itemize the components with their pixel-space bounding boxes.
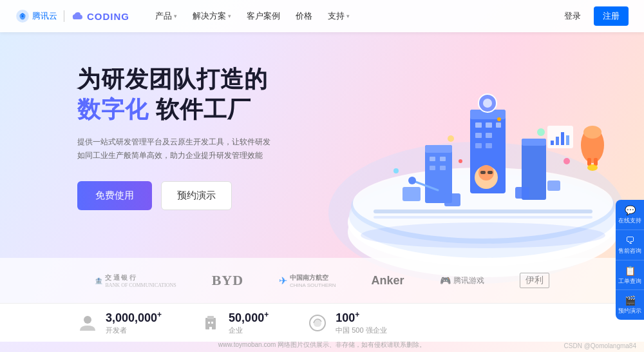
sidebar-demo-label: 预约演示 bbox=[618, 308, 641, 315]
support-icon: 💬 bbox=[625, 205, 636, 215]
stat-enterprises: 50,000+ 企业 bbox=[200, 310, 269, 335]
partner-bank: 🏦 交 通 银 行 BANK OF COMMUNICATIONS bbox=[95, 273, 176, 288]
coding-logo[interactable]: CODING bbox=[71, 11, 129, 22]
sidebar-support-label: 在线支持 bbox=[618, 217, 641, 224]
stat-fortune500-label: 中国 500 强企业 bbox=[336, 326, 386, 335]
nav-right: 登录 注册 bbox=[559, 6, 629, 26]
svg-rect-26 bbox=[522, 139, 546, 146]
nav-product[interactable]: 产品 ▾ bbox=[149, 0, 184, 32]
svg-rect-36 bbox=[488, 171, 493, 174]
nav-customers[interactable]: 客户案例 bbox=[240, 0, 287, 32]
svg-point-55 bbox=[361, 222, 605, 248]
partner-anker: Anker bbox=[372, 274, 404, 288]
nav-links: 产品 ▾ 解决方案 ▾ 客户案例 价格 支持 ▾ bbox=[149, 0, 559, 32]
tencent-cloud-text: 腾讯云 bbox=[32, 10, 57, 22]
svg-point-45 bbox=[448, 135, 454, 142]
svg-rect-13 bbox=[475, 133, 482, 138]
partner-airline: ✈ 中国南方航空 CHINA SOUTHERN bbox=[279, 273, 336, 288]
svg-point-42 bbox=[564, 158, 570, 164]
hero-title-rest: 软件工厂 bbox=[156, 96, 251, 122]
svg-rect-59 bbox=[208, 322, 210, 324]
nav-solutions[interactable]: 解决方案 ▾ bbox=[186, 0, 238, 32]
stat-fortune500: 100+ 中国 500 强企业 bbox=[307, 310, 386, 335]
stat-enterprises-label: 企业 bbox=[229, 326, 269, 335]
stat-developers-label: 开发者 bbox=[106, 326, 162, 335]
svg-rect-22 bbox=[440, 157, 446, 161]
chevron-down-icon: ▾ bbox=[228, 13, 231, 19]
nav-pricing[interactable]: 价格 bbox=[289, 0, 319, 32]
chat-icon: 🗨 bbox=[625, 235, 634, 246]
svg-rect-50 bbox=[566, 135, 569, 145]
chevron-down-icon: ▾ bbox=[174, 13, 177, 19]
svg-rect-10 bbox=[475, 122, 482, 128]
video-icon: 🎬 bbox=[625, 295, 636, 306]
demo-button[interactable]: 预约演示 bbox=[161, 181, 232, 210]
svg-rect-20 bbox=[425, 145, 452, 153]
logo-divider bbox=[64, 10, 64, 22]
coding-cloud-icon bbox=[71, 11, 84, 21]
partner-yili: 伊利 bbox=[520, 273, 549, 288]
tencent-cloud-logo[interactable]: 腾讯云 bbox=[15, 9, 57, 23]
svg-rect-15 bbox=[475, 143, 482, 148]
stat-fortune500-number: 100+ bbox=[336, 310, 386, 325]
coding-text: CODING bbox=[87, 11, 129, 22]
register-button[interactable]: 注册 bbox=[594, 6, 629, 26]
svg-rect-35 bbox=[480, 171, 486, 174]
svg-rect-24 bbox=[440, 166, 446, 170]
svg-rect-12 bbox=[496, 122, 501, 128]
svg-rect-58 bbox=[207, 316, 214, 319]
sidebar-presales-label: 售前咨询 bbox=[618, 248, 641, 255]
hero-buttons: 免费使用 预约演示 bbox=[77, 181, 270, 210]
login-button[interactable]: 登录 bbox=[559, 8, 586, 24]
nav-support[interactable]: 支持 ▾ bbox=[321, 0, 356, 32]
enterprises-icon bbox=[200, 313, 221, 333]
svg-point-56 bbox=[84, 316, 91, 324]
sidebar-presales[interactable]: 🗨 售前咨询 bbox=[616, 230, 644, 260]
svg-rect-29 bbox=[402, 187, 421, 201]
free-use-button[interactable]: 免费使用 bbox=[77, 181, 152, 210]
stat-fortune500-content: 100+ 中国 500 强企业 bbox=[336, 310, 386, 335]
stats-section: 3,000,000+ 开发者 50,000+ 企业 bbox=[0, 303, 644, 342]
navbar: 腾讯云 CODING 产品 ▾ 解决方案 ▾ 客户案例 价格 支持 ▾ bbox=[0, 0, 644, 32]
svg-rect-27 bbox=[444, 193, 460, 206]
svg-point-54 bbox=[459, 159, 462, 163]
partners-strip: 🏦 交 通 银 行 BANK OF COMMUNICATIONS BYD ✈ 中… bbox=[0, 258, 644, 303]
stat-developers-content: 3,000,000+ 开发者 bbox=[106, 310, 162, 335]
hero-title-line2: 数字化 软件工厂 bbox=[77, 95, 270, 125]
svg-rect-21 bbox=[430, 157, 435, 161]
svg-rect-11 bbox=[486, 122, 492, 128]
hero-section: 为研发团队打造的 数字化 软件工厂 提供一站式研发管理平台及云原生开发工具，让软… bbox=[0, 32, 644, 277]
svg-rect-14 bbox=[486, 133, 492, 138]
partner-byd: BYD bbox=[212, 272, 243, 289]
footer-copyright: CSDN @Qomolangma84 bbox=[564, 342, 636, 349]
svg-rect-31 bbox=[374, 210, 592, 213]
stat-developers-number: 3,000,000+ bbox=[106, 310, 162, 325]
stat-developers: 3,000,000+ 开发者 bbox=[77, 310, 162, 335]
svg-rect-39 bbox=[587, 158, 591, 166]
svg-rect-30 bbox=[547, 181, 560, 191]
sidebar-ticket[interactable]: 📋 工单查询 bbox=[616, 260, 644, 291]
stat-enterprises-number: 50,000+ bbox=[229, 310, 269, 325]
svg-rect-32 bbox=[374, 216, 592, 219]
svg-point-43 bbox=[393, 168, 399, 173]
svg-rect-16 bbox=[486, 143, 492, 148]
ticket-icon: 📋 bbox=[625, 266, 636, 276]
logo-area: 腾讯云 CODING bbox=[15, 9, 129, 23]
hero-highlight: 数字化 bbox=[77, 96, 149, 122]
svg-rect-48 bbox=[556, 137, 559, 145]
svg-point-38 bbox=[583, 126, 601, 139]
sidebar-online-support[interactable]: 💬 在线支持 bbox=[616, 200, 644, 230]
sidebar-demo[interactable]: 🎬 预约演示 bbox=[616, 290, 644, 320]
svg-rect-47 bbox=[551, 141, 554, 145]
svg-point-18 bbox=[483, 99, 492, 108]
scene-svg bbox=[270, 32, 644, 290]
floating-sidebar: 💬 在线支持 🗨 售前咨询 📋 工单查询 🎬 预约演示 bbox=[616, 200, 644, 320]
svg-point-1 bbox=[21, 15, 23, 17]
stat-enterprises-content: 50,000+ 企业 bbox=[229, 310, 269, 335]
hero-text: 为研发团队打造的 数字化 软件工厂 提供一站式研发管理平台及云原生开发工具，让软… bbox=[77, 64, 270, 210]
hero-subtitle: 提供一站式研发管理平台及云原生开发工具，让软件研发如同工业生产般简单高效，助力企… bbox=[77, 135, 270, 163]
chevron-down-icon: ▾ bbox=[346, 13, 350, 19]
sidebar-ticket-label: 工单查询 bbox=[618, 278, 641, 285]
svg-point-52 bbox=[408, 177, 416, 184]
svg-point-41 bbox=[587, 164, 598, 171]
